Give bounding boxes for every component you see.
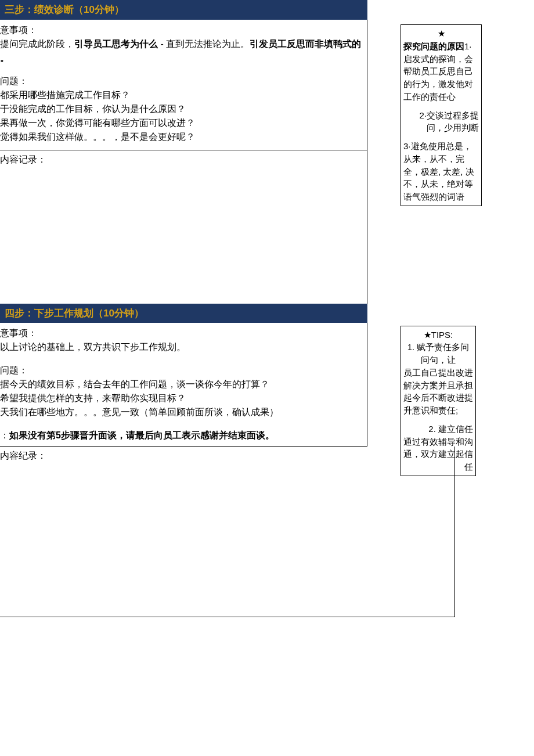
question4-2: 希望我提供怎样的支持，来帮助你实现目标？ <box>0 391 362 405</box>
record-label-4: 内容纪录： <box>0 449 450 463</box>
section3-main: 意事项： 提问完成此阶段，引导员工思考为什么 - 直到无法推论为止。引发员工反思… <box>0 20 367 150</box>
notice-mid: - 直到无法推论为止。 <box>158 39 250 49</box>
tip2-body: 通过有效辅导和沟通，双方建立起信任 <box>403 437 473 472</box>
reminder-bold: 如果没有第5步骤晋升面谈，请最后向员工表示感谢并结束面谈。 <box>9 430 275 440</box>
section4-main: 意事项： 以上讨论的基础上，双方共识下步工作规划。 问题： 据今天的绩效目标，结… <box>0 323 367 446</box>
star-icon: ★ <box>403 27 479 40</box>
side-p2: 2·交谈过程多提问，少用判断 <box>403 109 479 135</box>
question4-1: 据今天的绩效目标，结合去年的工作问题，谈一谈你今年的打算？ <box>0 377 362 391</box>
question-2: 于没能完成的工作目标，你认为是什么原因？ <box>0 102 362 116</box>
notice-bold1: 引导员工思考为什么 <box>74 39 158 49</box>
tip1: 1. 赋予责任多问问句，让 员工自己提出改进解决方案并且承担起今后不断改进提升意… <box>403 341 473 417</box>
questions-label: 问题： <box>0 74 362 88</box>
question-1: 都采用哪些措施完成工作目标？ <box>0 88 362 102</box>
questions-label-4: 问题： <box>0 363 362 377</box>
question4-3: 天我们在哪些地方。。。意见一致（简单回顾前面所谈，确认成果） <box>0 405 362 419</box>
section4-header: 四步：下步工作规划（10分钟） <box>0 304 367 323</box>
tip2-title: 2. 建立信任 <box>428 424 473 434</box>
section3-sidebar-wrap: ★ 探究问题的原因1·启发式的探询，会帮助员工反思自己的行为，激发他对工作的责任… <box>383 19 482 206</box>
record-area <box>0 170 367 304</box>
notice-body-4: 以上讨论的基础上，双方共识下步工作规划。 <box>0 340 362 354</box>
section-step3: 三步：绩效诊断（10分钟） 意事项： 提问完成此阶段，引导员工思考为什么 - 直… <box>0 0 534 304</box>
tip1-title: 1. 赋予责任多问问句，让 <box>403 341 473 366</box>
notice-bold3: 。 <box>0 51 362 65</box>
notice-label-4: 意事项： <box>0 326 362 340</box>
side-title: 探究问题的原因 <box>403 41 464 51</box>
notice-label: 意事项： <box>0 23 362 37</box>
tip1-body: 员工自己提出改进解决方案并且承担起今后不断改进提升意识和责任; <box>403 368 473 415</box>
side-p1-text: 启发式的探询，会帮助员工反思自己的行为，激发他对工作的责任心 <box>403 54 473 102</box>
question-4: 觉得如果我们这样做。。。，是不是会更好呢？ <box>0 130 362 144</box>
reminder-prefix: ： <box>0 430 9 440</box>
section4-sidebar: ★TIPS: 1. 赋予责任多问问句，让 员工自己提出改进解决方案并且承担起今后… <box>400 326 476 476</box>
section3-header: 三步：绩效诊断（10分钟） <box>0 0 367 20</box>
side-p3: 3·避免使用总是，从来，从不，完全，极差, 太差, 决不，从未，绝对等语气强烈的… <box>403 140 479 203</box>
section3-sidebar: ★ 探究问题的原因1·启发式的探询，会帮助员工反思自己的行为，激发他对工作的责任… <box>400 24 482 206</box>
reminder: ：如果没有第5步骤晋升面谈，请最后向员工表示感谢并结束面谈。 <box>0 429 362 442</box>
side-p1-num: 1· <box>464 41 472 51</box>
tips-label: ★TIPS: <box>403 329 473 341</box>
side-p1: 探究问题的原因1·启发式的探询，会帮助员工反思自己的行为，激发他对工作的责任心 <box>403 40 479 103</box>
question-3: 果再做一次，你觉得可能有哪些方面可以改进？ <box>0 116 362 130</box>
section4-sidebar-wrap: ★TIPS: 1. 赋予责任多问问句，让 员工自己提出改进解决方案并且承担起今后… <box>383 320 476 476</box>
record-area-4 <box>0 466 455 617</box>
record-label: 内容记录： <box>0 153 362 167</box>
section-step4: 四步：下步工作规划（10分钟） 意事项： 以上讨论的基础上，双方共识下步工作规划… <box>0 304 534 618</box>
notice-prefix: 提问完成此阶段， <box>0 39 74 49</box>
tip2: 2. 建立信任 通过有效辅导和沟通，双方建立起信任 <box>403 423 473 473</box>
notice-bold2: 引发员工反思而非填鸭式的 <box>250 39 361 49</box>
notice-body: 提问完成此阶段，引导员工思考为什么 - 直到无法推论为止。引发员工反思而非填鸭式… <box>0 37 362 51</box>
